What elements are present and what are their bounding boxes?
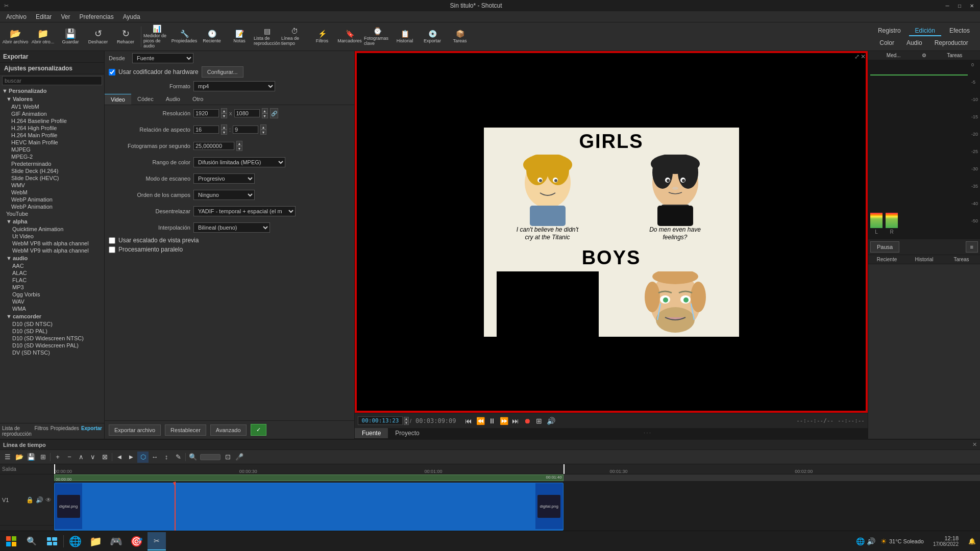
hw-encoder-checkbox[interactable] [109,69,115,76]
field-order-select[interactable]: Ninguno [193,190,255,200]
sub-tab-audio[interactable]: Audio [901,38,927,47]
tl-record-button[interactable]: 🎤 [234,452,245,463]
play-button[interactable]: ⏸ [487,416,497,426]
fps-down[interactable]: ▼ [236,146,242,151]
taskbar-edge-button[interactable]: 🌐 [66,532,84,550]
tree-item-h264-base[interactable]: H.264 Baseline Profile [0,117,104,124]
step-forward-button[interactable]: ⏩ [499,416,509,426]
filters-button[interactable]: ⚡ Filtros [309,24,335,49]
taskbar-files-button[interactable]: 📁 [86,532,105,550]
tl-ripple-button[interactable]: ↔ [149,452,160,463]
menu-archivo[interactable]: Archivo [2,12,31,21]
tree-item-av1[interactable]: AV1 WebM [0,103,104,110]
tree-item-mpeg2[interactable]: MPEG-2 [0,153,104,160]
current-time-display[interactable] [358,416,403,425]
tl-ripple-all-button[interactable]: ↕ [161,452,172,463]
playhead[interactable]: ▼ [175,482,176,532]
tl-grid-button[interactable]: ⊞ [37,452,48,463]
menu-ver[interactable]: Ver [57,12,74,21]
tab-otro[interactable]: Otro [186,94,209,105]
search-button[interactable]: 🔍 [22,532,41,550]
tree-item-ogg[interactable]: Ogg Vorbis [0,291,104,298]
tree-item-webp-anim[interactable]: WebP Animation [0,196,104,203]
scale-preview-checkbox[interactable] [109,237,115,244]
aspect-h-input[interactable] [233,126,258,134]
start-button[interactable] [2,532,20,550]
taskbar-steam-button[interactable]: 🎯 [127,532,145,550]
tree-item-hevc[interactable]: HEVC Main Profile [0,139,104,146]
tree-item-gif[interactable]: GIF Animation [0,110,104,117]
configure-button[interactable]: Configurar... [202,66,243,78]
minimize-button[interactable]: ─ [943,2,951,10]
res-width-down[interactable]: ▼ [221,113,227,118]
open-file-button[interactable]: 📂 Abrir archivo [2,24,29,49]
tree-item-wav[interactable]: WAV [0,298,104,305]
tab-med[interactable]: Med... [868,51,919,60]
export-file-button[interactable]: Exportar archivo [109,424,161,436]
taskbar-store-button[interactable]: 🎮 [107,532,125,550]
tree-item-d10-pal[interactable]: D10 (SD PAL) [0,328,104,335]
export-button[interactable]: 💿 Exportar [419,24,446,49]
tree-item-slide-h264[interactable]: Slide Deck (H.264) [0,167,104,174]
markers-button[interactable]: 🔖 Marcadores [336,24,363,49]
timeline-button[interactable]: ⏱ Línea de tiempo [281,24,308,49]
taskbar-shotcut-button[interactable]: ✂ [148,532,166,550]
tree-item-h264-main[interactable]: H.264 Main Profile [0,132,104,139]
advanced-button[interactable]: Avanzado [210,424,247,436]
tree-item-wmv[interactable]: WMV [0,182,104,189]
audio-peaks-button[interactable]: 📊 Medidor de picos de audio [143,24,170,49]
menu-ayuda[interactable]: Ayuda [119,12,144,21]
tree-item-mp3[interactable]: MP3 [0,284,104,291]
properties-button[interactable]: 🔧 Propiedades [171,24,198,49]
notification-button[interactable]: 🔔 [966,535,978,547]
parallel-processing-checkbox[interactable] [109,246,115,253]
menu-preferencias[interactable]: Preferencias [75,12,117,21]
v1-mute-icon[interactable]: 🔊 [36,496,43,504]
menu-editar[interactable]: Editar [32,12,56,21]
aspect-h-down[interactable]: ▼ [260,130,266,135]
tree-group-personalizado[interactable]: ▼ Personalizado [0,87,104,95]
tab-filtros[interactable]: Filtros [34,425,48,437]
tl-prev-button[interactable]: ◄ [114,452,125,463]
tree-item-slide-hevc[interactable]: Slide Deck (HEVC) [0,174,104,182]
tree-item-d10-ntsc[interactable]: D10 (SD NTSC) [0,320,104,328]
v1-eye-icon[interactable]: 👁 [45,496,52,504]
tl-menu-button[interactable]: ☰ [2,452,13,463]
step-back-button[interactable]: ⏪ [475,416,485,426]
tab-lista-reproduccion[interactable]: Lista de reproducción [2,425,32,437]
aspect-w-up[interactable]: ▲ [221,124,227,130]
notes-button[interactable]: 📝 Notas [226,24,253,49]
tree-item-webm-vp9-alpha[interactable]: WebM VP9 with alpha channel [0,247,104,254]
restore-button[interactable]: Restablecer [165,424,206,436]
tl-zoom-in-button[interactable]: 🔍 [187,452,199,463]
tab-project[interactable]: Proyecto [388,428,426,438]
tab-video[interactable]: Video [105,94,131,105]
tree-item-webp-anim2[interactable]: WebP Animation [0,203,104,210]
search-input[interactable] [2,76,102,85]
history-button[interactable]: 📋 Historial [391,24,418,49]
recent-button[interactable]: 🕐 Reciente [199,24,225,49]
tab-exportar[interactable]: Exportar [81,425,102,437]
expand-icon[interactable]: ⤢ [854,53,860,60]
maximize-button[interactable]: □ [955,2,964,10]
tab-tareas[interactable]: Tareas [943,255,980,264]
redo-button[interactable]: ↻ Rehacer [112,24,139,49]
tab-source[interactable]: Fuente [355,428,388,438]
go-start-button[interactable]: ⏮ [463,416,474,426]
tree-item-qt-anim[interactable]: Quicktime Animation [0,226,104,233]
aspect-h-up[interactable]: ▲ [260,124,266,130]
resolution-height-input[interactable] [234,109,260,117]
playlist-button[interactable]: ▤ Lista de reproducción [254,24,280,49]
tab-historial[interactable]: Historial [905,255,943,264]
time-up[interactable]: ▲ [404,417,409,421]
pause-button[interactable]: Pausa [870,241,899,253]
volume-button[interactable]: 🔊 [546,416,556,426]
grid-button[interactable]: ⊞ [534,416,544,426]
tl-next-button[interactable]: ► [126,452,137,463]
go-end-button[interactable]: ⏭ [510,416,521,426]
tl-up-button[interactable]: ∧ [76,452,87,463]
res-width-up[interactable]: ▲ [221,108,227,113]
tab-registro[interactable]: Registro [872,26,907,36]
tree-item-wma[interactable]: WMA [0,305,104,312]
tree-item-d10-ws-pal[interactable]: D10 (SD Widescreen PAL) [0,342,104,349]
